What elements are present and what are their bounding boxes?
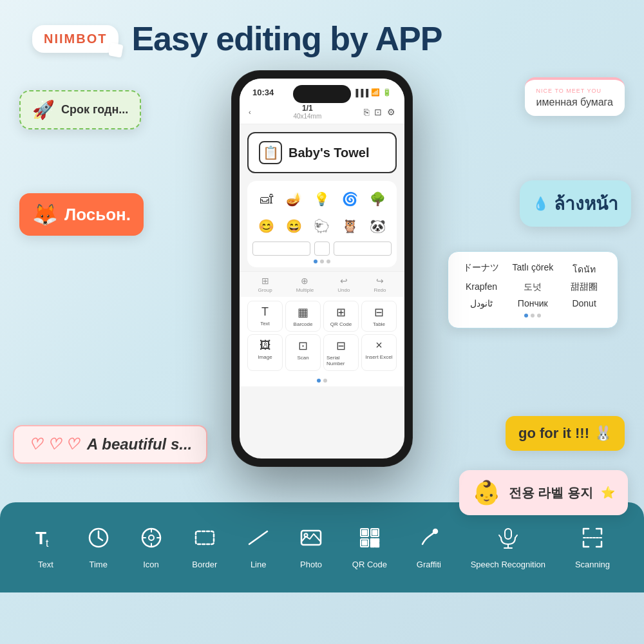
card-korean: 👶 전용 라벨 용지 ⭐	[459, 470, 628, 515]
section-dots	[252, 260, 392, 263]
dimensions: 40x14mm	[293, 113, 321, 120]
svg-line-29	[499, 535, 501, 538]
lotion-text: Лосьон.	[64, 205, 131, 225]
btn-text[interactable]: T Text	[247, 301, 283, 332]
feature-text-label: Text	[38, 560, 53, 569]
donut-word-6: ٹانودل	[461, 298, 502, 308]
owl-icon[interactable]: 🦉	[338, 214, 361, 238]
rocket-icon: 🚀	[32, 99, 55, 120]
settings-icon[interactable]: ⚙	[387, 107, 395, 117]
text-icon: T	[261, 305, 269, 319]
card-goit: go for it !!! 🐰	[506, 416, 625, 451]
svg-rect-26	[505, 529, 511, 539]
qrcode-feature-icon	[358, 526, 381, 554]
bunny-icon: 🐰	[594, 425, 612, 442]
feature-icon-item: Icon	[140, 526, 163, 569]
action-group[interactable]: ⊞Group	[258, 276, 272, 293]
star-icon: ⭐	[601, 486, 615, 500]
tree-icon[interactable]: 🌳	[366, 187, 389, 211]
svg-rect-22	[375, 539, 379, 542]
lamp2-icon[interactable]: 💡	[310, 187, 334, 211]
dynamic-island	[293, 85, 351, 103]
card-thai: 💧 ล้างหน้า	[520, 180, 631, 227]
feature-scanning: Scanning	[575, 526, 610, 569]
donut-word-7: Пончик	[512, 298, 553, 308]
face1-icon[interactable]: 😊	[255, 214, 278, 238]
donut-word-5: 甜甜圈	[564, 281, 605, 293]
header-title: Easy editing by APP	[131, 19, 442, 58]
back-icon[interactable]: ‹	[249, 108, 251, 116]
btn-scan[interactable]: ⊡ Scan	[285, 334, 321, 371]
btn-serial[interactable]: ⊟ Serial Number	[323, 334, 359, 371]
nav-icons: ⎘ ⊡ ⚙	[364, 107, 395, 117]
icons-row-1: 🛋 🪔 💡 🌀 🌳	[252, 187, 392, 211]
label-size-icon[interactable]: ⊡	[374, 107, 382, 117]
card-rocket: 🚀 Срок годн...	[19, 90, 141, 129]
feature-photo-label: Photo	[300, 560, 322, 569]
scan-icon: ⊡	[298, 339, 308, 353]
svg-line-4	[99, 538, 102, 540]
scanning-feature-icon	[581, 526, 604, 554]
battery-icon: 🔋	[383, 88, 392, 97]
svg-line-30	[515, 535, 517, 538]
btn-barcode[interactable]: ▦ Barcode	[285, 301, 321, 332]
share-icon[interactable]: ⎘	[364, 107, 369, 117]
label-icon: 📋	[259, 141, 282, 164]
btn-table[interactable]: ⊟ Table	[361, 301, 397, 332]
card-beautiful: ♡ ♡ ♡ A beautiful s...	[13, 425, 207, 464]
beautiful-text: A beautiful s...	[83, 435, 192, 453]
paper-label: NICE TO MEET YOU	[536, 88, 613, 94]
logo-badge: NIIMBOT	[32, 25, 118, 53]
btn-qrcode[interactable]: ⊞ QR Code	[323, 301, 359, 332]
action-undo[interactable]: ↩Undo	[337, 276, 350, 293]
label-text: Baby's Towel	[289, 146, 370, 160]
svg-rect-16	[363, 531, 366, 535]
feature-scanning-label: Scanning	[575, 560, 610, 569]
donut-word-4: 도넛	[512, 281, 553, 293]
screen-nav[interactable]: ‹ 1/1 40x14mm ⎘ ⊡ ⚙	[240, 100, 404, 124]
action-multiple[interactable]: ⊕Multiple	[296, 276, 314, 293]
label-count: 1/1	[293, 104, 321, 113]
time-feature-icon	[87, 526, 110, 554]
donut-word-8: Donut	[564, 298, 605, 308]
table-icon: ⊟	[374, 305, 384, 319]
feature-speech: Speech Recognition	[471, 526, 545, 569]
phone-body: 10:34 ▐▐▐ 📶 🔋 ‹ 1/1 40x14mm ⎘	[232, 71, 412, 466]
photo-feature-icon	[299, 526, 323, 554]
thai-text: ล้างหน้า	[554, 189, 618, 218]
action-redo[interactable]: ↪Redo	[374, 276, 386, 293]
face3-icon[interactable]: 🐑	[310, 214, 334, 238]
donut-grid: ドーナツ Tatlı çörek โดนัท Krapfen 도넛 甜甜圈 ٹا…	[461, 262, 605, 308]
feature-time-label: Time	[90, 560, 108, 569]
dot-1	[314, 260, 317, 263]
hearts-icon: ♡ ♡ ♡	[28, 435, 79, 453]
donut-dots	[461, 314, 605, 317]
feature-line: Line	[247, 526, 270, 569]
excel-icon: ×	[375, 339, 383, 352]
lamp-icon[interactable]: 🪔	[283, 187, 306, 211]
feature-photo: Photo	[299, 526, 323, 569]
page-dot-2	[323, 379, 327, 383]
panda-icon[interactable]: 🐼	[366, 214, 389, 238]
speech-feature-icon	[497, 526, 520, 554]
donut-word-3: Krapfen	[461, 281, 502, 293]
nav-center: 1/1 40x14mm	[293, 104, 321, 120]
strip-3	[334, 242, 392, 256]
svg-text:T: T	[35, 528, 46, 548]
btn-excel[interactable]: × Insert Excel	[361, 334, 397, 371]
feature-border-label: Border	[192, 560, 217, 569]
feature-time: Time	[87, 526, 110, 569]
goit-text: go for it !!!	[518, 425, 589, 442]
bottom-bar: Tt Text Time Icon Border	[0, 502, 644, 592]
btn-image[interactable]: 🖼 Image	[247, 334, 283, 371]
svg-rect-21	[371, 539, 374, 542]
strip-2	[314, 242, 330, 256]
face2-icon[interactable]: 😄	[283, 214, 306, 238]
fan-icon[interactable]: 🌀	[338, 187, 361, 211]
svg-rect-11	[196, 531, 214, 544]
logo-text: NIIMBOT	[44, 32, 107, 46]
sofa-icon[interactable]: 🛋	[255, 187, 278, 211]
serial-icon: ⊟	[336, 339, 346, 353]
card-donut: ドーナツ Tatlı çörek โดนัท Krapfen 도넛 甜甜圈 ٹا…	[448, 251, 618, 328]
toolbar-actions: ⊞Group ⊕Multiple ↩Undo ↪Redo	[240, 271, 404, 297]
